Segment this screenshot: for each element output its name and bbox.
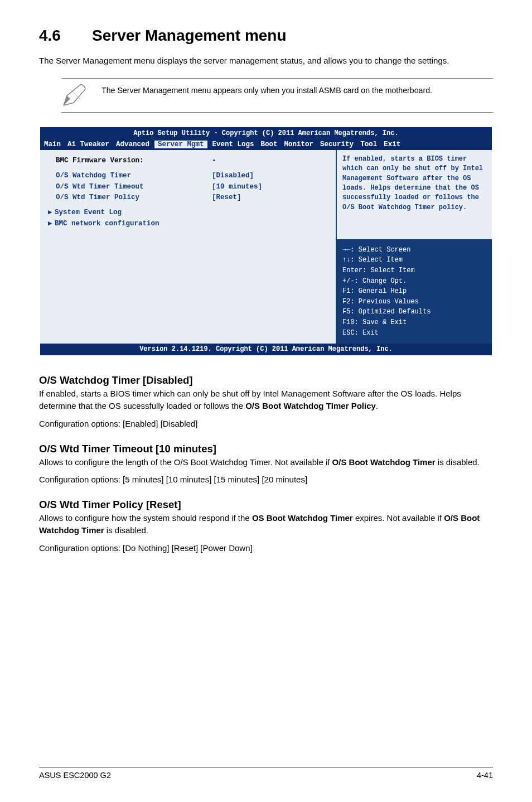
bios-key-help: →←: Select Screen ↑↓: Select Item Enter:… — [337, 239, 492, 344]
footer-right: 4-41 — [477, 771, 493, 780]
key-l8: F10: Save & Exit — [342, 317, 486, 328]
bios-help-text: If enabled, starts a BIOS timer which ca… — [337, 150, 492, 239]
key-l7: F5: Optimized Defaults — [342, 307, 486, 317]
section-body-watchdog: If enabled, starts a BIOS timer which ca… — [39, 388, 493, 412]
opt-policy-value[interactable]: [Reset] — [212, 192, 241, 203]
menu-monitor[interactable]: Monitor — [283, 141, 316, 148]
submenu-bmc-network[interactable]: BMC network configuration — [55, 219, 159, 229]
title-number: 4.6 — [39, 27, 92, 45]
note-block: The Server Management menu appears only … — [61, 78, 493, 113]
page-footer: ASUS ESC2000 G2 4-41 — [39, 767, 493, 780]
menu-aitweaker[interactable]: Ai Tweaker — [66, 141, 111, 148]
bios-header: Aptio Setup Utility - Copyright (C) 2011… — [40, 127, 492, 139]
title-text: Server Management menu — [92, 27, 287, 44]
menu-security[interactable]: Security — [318, 141, 355, 148]
opt-watchdog-label[interactable]: O/S Watchdog Timer — [56, 171, 212, 181]
bios-menubar: Main Ai Tweaker Advanced Server Mgmt Eve… — [40, 139, 492, 150]
note-text: The Server Management menu appears only … — [101, 84, 432, 96]
key-l4: +/-: Change Opt. — [342, 276, 486, 287]
menu-main[interactable]: Main — [42, 141, 62, 148]
section-heading-watchdog: O/S Watchdog Timer [Disabled] — [39, 374, 493, 386]
opt-timeout-value[interactable]: [10 minutes] — [212, 182, 262, 192]
opt-timeout-label[interactable]: O/S Wtd Timer Timeout — [56, 182, 212, 192]
menu-exit[interactable]: Exit — [382, 141, 402, 148]
key-l9: ESC: Exit — [342, 328, 486, 339]
intro-paragraph: The Server Management menu displays the … — [39, 55, 493, 67]
section-heading-policy: O/S Wtd Timer Policy [Reset] — [39, 499, 493, 511]
key-l2: ↑↓: Select Item — [342, 255, 486, 265]
triangle-icon: ▶ — [48, 207, 55, 218]
menu-eventlogs[interactable]: Event Logs — [211, 141, 256, 148]
section-heading-timeout: O/S Wtd Timer Timeout [10 minutes] — [39, 443, 493, 455]
menu-servermgmt[interactable]: Server Mgmt — [154, 141, 207, 148]
section-opts-watchdog: Configuration options: [Enabled] [Disabl… — [39, 419, 493, 428]
menu-advanced[interactable]: Advanced — [114, 141, 151, 148]
key-l1: →←: Select Screen — [342, 245, 486, 255]
opt-watchdog-value[interactable]: [Disabled] — [212, 171, 254, 181]
bios-left-pane: BMC Firmware Version: - O/S Watchdog Tim… — [40, 150, 336, 344]
opt-policy-label[interactable]: O/S Wtd Timer Policy — [56, 192, 212, 203]
section-body-policy: Allows to configure how the system shoul… — [39, 512, 493, 537]
bmc-label: BMC Firmware Version: — [56, 156, 212, 166]
section-body-timeout: Allows to configure the length of the O/… — [39, 456, 493, 468]
key-l6: F2: Previous Values — [342, 297, 486, 307]
page-title: 4.6Server Management menu — [39, 27, 493, 45]
bmc-value: - — [212, 156, 216, 166]
footer-left: ASUS ESC2000 G2 — [39, 771, 111, 780]
triangle-icon: ▶ — [48, 219, 55, 229]
key-l5: F1: General Help — [342, 286, 486, 297]
section-opts-timeout: Configuration options: [5 minutes] [10 m… — [39, 475, 493, 484]
menu-boot[interactable]: Boot — [259, 141, 279, 148]
key-l3: Enter: Select Item — [342, 265, 486, 276]
section-opts-policy: Configuration options: [Do Nothing] [Res… — [39, 543, 493, 553]
pencil-note-icon — [61, 84, 91, 107]
bios-footer: Version 2.14.1219. Copyright (C) 2011 Am… — [40, 344, 492, 355]
svg-line-0 — [70, 89, 81, 100]
menu-tool[interactable]: Tool — [359, 141, 379, 148]
submenu-system-event-log[interactable]: System Event Log — [55, 207, 122, 218]
bios-window: Aptio Setup Utility - Copyright (C) 2011… — [40, 127, 492, 355]
